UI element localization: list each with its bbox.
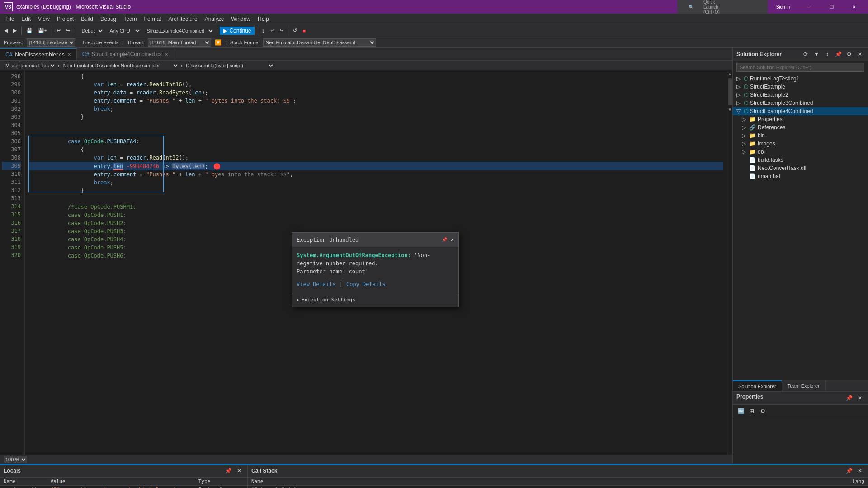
solution-explorer: Solution Explorer ⟳ ▼ ↕ 📌 ⚙ ✕ ▷ ⬡ Runtim… bbox=[733, 48, 868, 391]
tree-item-structexample4[interactable]: ▽ ⬡ StructExample4Combined bbox=[733, 107, 868, 115]
tree-label: Properties bbox=[758, 116, 783, 122]
breadcrumb-namespace[interactable]: Neo.Emulator.Dissambler.NeoDisassambler bbox=[61, 61, 179, 70]
tree-item-images[interactable]: ▷ 📁 images bbox=[733, 140, 868, 148]
se-settings-button[interactable]: ⚙ bbox=[844, 50, 854, 59]
tab-neodisassembler[interactable]: C# NeoDisassembler.cs ✕ bbox=[0, 48, 77, 60]
config-select[interactable]: Debug bbox=[77, 26, 104, 36]
cs-close-button[interactable]: ✕ bbox=[855, 466, 864, 475]
exception-settings-toggle[interactable]: ▶ Exception Settings bbox=[292, 293, 458, 307]
save-all-button[interactable]: 💾+ bbox=[36, 26, 49, 36]
tab-label: NeoDisassembler.cs bbox=[15, 52, 64, 58]
scroll-thumb[interactable] bbox=[728, 78, 732, 105]
breadcrumb-method[interactable]: Disassemble(byte[] script) bbox=[184, 61, 274, 70]
step-over-button[interactable]: ⤵ bbox=[259, 26, 267, 36]
se-filter-button[interactable]: ▼ bbox=[812, 50, 821, 59]
folder-icon: 📁 bbox=[749, 141, 756, 147]
code-line-302: break; bbox=[28, 105, 723, 113]
minimize-button[interactable]: ─ bbox=[798, 0, 819, 14]
menu-build[interactable]: Build bbox=[77, 15, 97, 23]
scroll-up[interactable]: ▲ bbox=[727, 70, 732, 77]
restart-button[interactable]: ↺ bbox=[291, 26, 299, 36]
menu-team[interactable]: Team bbox=[120, 15, 140, 23]
tree-item-structexample3[interactable]: ▷ ⬡ StructExample3Combined bbox=[733, 99, 868, 107]
tree-item-neo-convert[interactable]: 📄 Neo.ConvertTask.dll bbox=[733, 164, 868, 172]
scroll-down[interactable]: ▼ bbox=[727, 106, 732, 113]
tree-item-runtimelog[interactable]: ▷ ⬡ RuntimeLogTesting1 bbox=[733, 75, 868, 83]
close-button[interactable]: ✕ bbox=[844, 0, 864, 14]
menu-architecture[interactable]: Architecture bbox=[165, 15, 201, 23]
pin-icon[interactable] bbox=[442, 235, 447, 244]
copy-details-link[interactable]: Copy Details bbox=[346, 280, 386, 288]
menu-help[interactable]: Help bbox=[254, 15, 273, 23]
tree-item-references[interactable]: ▷ 🔗 References bbox=[733, 123, 868, 131]
menu-analyze[interactable]: Analyze bbox=[201, 15, 228, 23]
platform-select[interactable]: Any CPU bbox=[105, 26, 142, 36]
props-settings-button[interactable]: ⚙ bbox=[758, 407, 767, 416]
tree-item-structexample[interactable]: ▷ ⬡ StructExample bbox=[733, 83, 868, 91]
se-close-button[interactable]: ✕ bbox=[855, 50, 864, 59]
tree-item-structexample2[interactable]: ▷ ⬡ StructExample2 bbox=[733, 91, 868, 99]
se-sync-button[interactable]: ⟳ bbox=[801, 50, 810, 59]
menu-debug[interactable]: Debug bbox=[97, 15, 120, 23]
menu-edit[interactable]: Edit bbox=[18, 15, 34, 23]
redo-button[interactable]: ↪ bbox=[64, 26, 72, 36]
se-collapse-button[interactable]: ↕ bbox=[823, 50, 832, 59]
restore-button[interactable]: ❐ bbox=[821, 0, 842, 14]
cs-pin-button[interactable]: 📌 bbox=[844, 466, 854, 475]
editor-scrollbar[interactable]: ▲ ▼ bbox=[727, 70, 732, 455]
locals-close-button[interactable]: ✕ bbox=[235, 466, 244, 475]
step-out-button[interactable]: ⤷ bbox=[277, 26, 286, 36]
tab-team-explorer[interactable]: Team Explorer bbox=[782, 380, 826, 391]
menu-format[interactable]: Format bbox=[141, 15, 165, 23]
menu-file[interactable]: File bbox=[2, 15, 18, 23]
locals-row-exception[interactable]: ▷ ◆ $exception {"Non-negative number req… bbox=[0, 486, 247, 488]
locals-title: Locals bbox=[4, 468, 21, 474]
props-sort-alpha-button[interactable]: 🔤 bbox=[736, 407, 745, 416]
tree-item-build-tasks[interactable]: 📄 build.tasks bbox=[733, 156, 868, 164]
stackframe-select[interactable]: Neo.Emulator.Dissambler.NeoDisasseml bbox=[263, 38, 376, 47]
continue-button[interactable]: ▶ Continue bbox=[220, 27, 255, 35]
save-button[interactable]: 💾 bbox=[24, 26, 35, 36]
process-select[interactable]: [14168] neod.exe bbox=[27, 38, 75, 47]
expand-icon: ▷ bbox=[742, 149, 747, 155]
menu-view[interactable]: View bbox=[34, 15, 53, 23]
back-button[interactable]: ◀ bbox=[2, 26, 10, 36]
zoom-select[interactable]: 100 % bbox=[4, 456, 27, 463]
exception-close-icon[interactable] bbox=[451, 235, 454, 244]
filter-icon[interactable]: 🔽 bbox=[215, 39, 222, 46]
menu-project[interactable]: Project bbox=[53, 15, 77, 23]
props-sort-cat-button[interactable]: ⊞ bbox=[747, 407, 756, 416]
tab-icon2: C# bbox=[82, 51, 89, 57]
solution-explorer-search[interactable] bbox=[736, 63, 864, 72]
props-close-button[interactable]: ✕ bbox=[855, 394, 864, 403]
tree-label: nmap.bat bbox=[758, 173, 780, 179]
step-into-button[interactable]: ⤶ bbox=[268, 26, 276, 36]
tab-structexample4[interactable]: C# StructExample4Combined.cs ✕ bbox=[77, 48, 174, 60]
project-select[interactable]: StructExample4Combined bbox=[142, 26, 215, 36]
se-pin-button[interactable]: 📌 bbox=[834, 50, 843, 59]
breadcrumb-misc[interactable]: Miscellaneous Files bbox=[4, 61, 56, 70]
var-value: {"Non-negative number required.\r\nParam… bbox=[47, 486, 194, 488]
search-launch[interactable]: 🔍 Quick Launch (Ctrl+Q) bbox=[677, 0, 768, 14]
debug-bar: Process: [14168] neod.exe Lifecycle Even… bbox=[0, 37, 868, 48]
locals-pin-button[interactable]: 📌 bbox=[224, 466, 233, 475]
tab-solution-explorer[interactable]: Solution Explorer bbox=[733, 380, 782, 391]
tab-close2[interactable]: ✕ bbox=[165, 52, 168, 57]
signin-button[interactable]: Sign in bbox=[769, 0, 797, 14]
tree-item-obj[interactable]: ▷ 📁 obj bbox=[733, 148, 868, 156]
view-details-link[interactable]: View Details bbox=[297, 280, 336, 288]
thread-select[interactable]: [11616] Main Thread bbox=[148, 38, 211, 47]
lifecycle-label: Lifecycle Events bbox=[83, 40, 118, 45]
tab-close[interactable]: ✕ bbox=[67, 52, 71, 57]
tree-item-bin[interactable]: ▷ 📁 bin bbox=[733, 131, 868, 140]
forward-button[interactable]: ▶ bbox=[11, 26, 19, 36]
expand-icon: ▷ bbox=[742, 141, 747, 147]
tree-item-nmap[interactable]: 📄 nmap.bat bbox=[733, 172, 868, 180]
undo-button[interactable]: ↩ bbox=[54, 26, 63, 36]
callstack-header: Call Stack 📌 ✕ bbox=[248, 465, 868, 478]
code-lines[interactable]: { var len = reader.ReadUInt16(); entry.d… bbox=[25, 70, 727, 455]
menu-window[interactable]: Window bbox=[227, 15, 254, 23]
tree-item-properties[interactable]: ▷ 📁 Properties bbox=[733, 115, 868, 123]
props-pin-button[interactable]: 📌 bbox=[844, 394, 854, 403]
stop-button[interactable]: ■ bbox=[300, 26, 308, 36]
